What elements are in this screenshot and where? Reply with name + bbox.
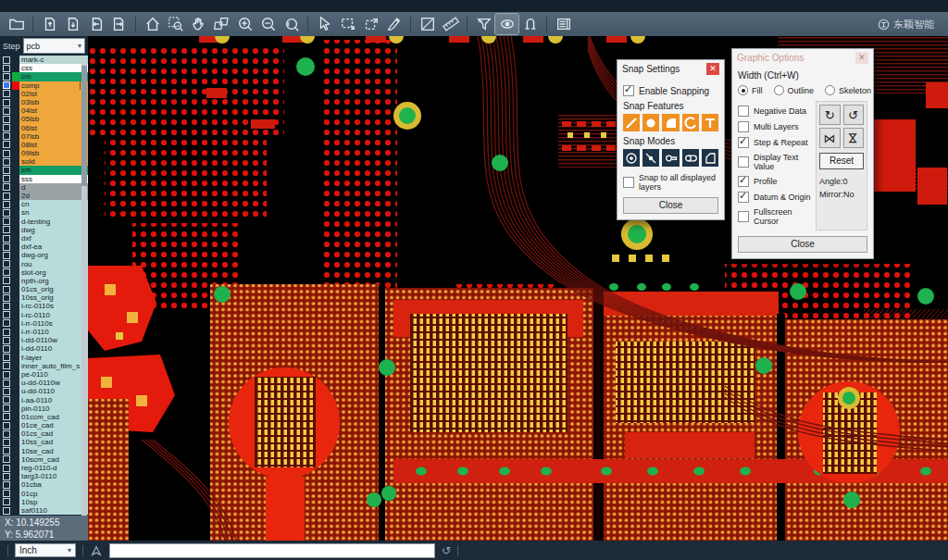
layer-row[interactable]: i-dd-0110: [0, 344, 88, 353]
layer-visibility-checkbox[interactable]: [0, 472, 12, 480]
properties-panel-button[interactable]: [552, 14, 575, 34]
layer-row[interactable]: 05lsb: [0, 115, 88, 123]
unit-select[interactable]: Inch ▾: [15, 543, 76, 557]
layer-row[interactable]: reg-0110-d: [0, 464, 88, 472]
layer-visibility-checkbox[interactable]: [0, 438, 12, 446]
layer-row[interactable]: 02lst: [0, 90, 88, 98]
layer-row[interactable]: f-layer: [0, 354, 88, 362]
layer-visibility-checkbox[interactable]: [0, 106, 12, 115]
layer-row[interactable]: sss: [0, 175, 88, 183]
layer-visibility-checkbox[interactable]: [0, 370, 12, 379]
layer-visibility-checkbox[interactable]: [0, 490, 12, 498]
layer-row[interactable]: sn: [0, 208, 88, 217]
command-input[interactable]: [109, 543, 435, 558]
measure-button[interactable]: [439, 14, 462, 34]
layer-visibility-checkbox[interactable]: [0, 132, 12, 141]
snap-button[interactable]: [518, 14, 542, 34]
zoom-out-button[interactable]: [256, 14, 280, 34]
open-file-button[interactable]: [5, 14, 28, 34]
layer-row[interactable]: 03lsb: [0, 98, 88, 106]
close-icon[interactable]: ✕: [855, 52, 868, 64]
rotate-ccw-icon[interactable]: ↺: [843, 105, 865, 125]
layer-visibility-checkbox[interactable]: [0, 344, 12, 353]
layer-visibility-checkbox[interactable]: [0, 336, 12, 344]
layer-visibility-checkbox[interactable]: [0, 268, 12, 277]
layer-visibility-checkbox[interactable]: [0, 362, 12, 370]
graphic-close-button[interactable]: Close: [738, 236, 867, 253]
layer-visibility-checkbox[interactable]: [0, 404, 12, 413]
layer-list-scrollbar[interactable]: [81, 64, 87, 516]
layer-row[interactable]: d: [0, 183, 88, 192]
layer-row[interactable]: i-aa-0110: [0, 396, 88, 404]
layer-visibility-checkbox[interactable]: [0, 354, 12, 362]
layer-visibility-checkbox[interactable]: [0, 175, 12, 183]
layer-visibility-checkbox[interactable]: [0, 379, 12, 387]
layer-visibility-checkbox[interactable]: [0, 293, 12, 302]
layer-row[interactable]: 01cba: [0, 480, 88, 489]
line-tool-button[interactable]: [416, 14, 439, 34]
graphic-option-checkbox[interactable]: Fullscreen Cursor: [738, 207, 812, 226]
graphic-option-checkbox[interactable]: Profile: [738, 176, 812, 187]
snap-close-button[interactable]: Close: [623, 197, 718, 214]
layer-visibility-checkbox[interactable]: [0, 157, 12, 166]
layer-row[interactable]: pin-0110: [0, 404, 88, 413]
layer-row[interactable]: 01ccm_cad: [0, 413, 88, 421]
layer-visibility-checkbox[interactable]: [0, 447, 12, 455]
layer-row[interactable]: 01ce_cad: [0, 421, 88, 429]
step-select[interactable]: pcb ▾: [23, 38, 85, 54]
snap-dialog-titlebar[interactable]: Snap Settings ✕: [617, 60, 724, 78]
layer-row[interactable]: 10ss_cad: [0, 438, 88, 446]
layer-row[interactable]: comp: [0, 81, 88, 90]
layer-row[interactable]: slot-org: [0, 268, 88, 277]
refresh-icon[interactable]: ↺: [442, 545, 451, 556]
layer-visibility-checkbox[interactable]: [0, 64, 12, 72]
transform-select-button[interactable]: [359, 14, 382, 34]
layer-visibility-checkbox[interactable]: [0, 115, 12, 123]
reset-button[interactable]: Reset: [819, 153, 864, 169]
home-view-button[interactable]: [141, 14, 164, 34]
layer-visibility-checkbox[interactable]: [0, 311, 12, 319]
rotate-cw-icon[interactable]: ↻: [819, 105, 841, 125]
layer-visibility-checkbox[interactable]: [0, 243, 12, 251]
width-mode-radio[interactable]: Outline: [774, 85, 815, 95]
layer-visibility-checkbox[interactable]: [0, 285, 12, 293]
layer-visibility-checkbox[interactable]: [0, 226, 12, 234]
layer-row[interactable]: targ3-0110: [0, 472, 88, 480]
select-button[interactable]: [313, 14, 336, 34]
width-mode-radio[interactable]: Fill: [738, 85, 763, 95]
enable-snapping-checkbox[interactable]: Enable Snapping: [623, 85, 718, 96]
layer-row[interactable]: dwg-org: [0, 251, 88, 259]
layer-visibility-checkbox[interactable]: [0, 455, 12, 464]
layer-visibility-checkbox[interactable]: [0, 396, 12, 404]
scrollbar-thumb[interactable]: [81, 66, 87, 186]
layer-row[interactable]: npth-org: [0, 277, 88, 285]
layer-visibility-checkbox[interactable]: [0, 192, 12, 200]
layer-row[interactable]: mark-c: [0, 56, 88, 64]
layer-visibility-checkbox[interactable]: [0, 319, 12, 328]
width-mode-radio[interactable]: Skeleton: [825, 85, 871, 95]
snap-pad-icon[interactable]: [642, 114, 659, 131]
snap-all-layers-checkbox[interactable]: Snap to all displayed layers: [623, 173, 718, 192]
layer-visibility-checkbox[interactable]: [0, 234, 12, 243]
layer-visibility-checkbox[interactable]: [0, 498, 12, 506]
layer-visibility-checkbox[interactable]: [0, 141, 12, 149]
mirror-vertical-icon[interactable]: ⋈: [843, 128, 865, 148]
layer-row[interactable]: i-rr-0110: [0, 328, 88, 336]
layer-row[interactable]: 10sp: [0, 498, 88, 506]
layer-visibility-checkbox[interactable]: [0, 56, 12, 64]
layer-row[interactable]: saf0110: [0, 506, 88, 515]
layer-visibility-checkbox[interactable]: [0, 166, 12, 174]
layer-row[interactable]: cm: [0, 72, 88, 81]
close-icon[interactable]: ✕: [706, 63, 719, 75]
layer-visibility-checkbox[interactable]: [0, 208, 12, 217]
zoom-window-button[interactable]: [164, 14, 187, 34]
snap-point-icon[interactable]: [642, 149, 659, 167]
layer-visibility-checkbox[interactable]: [0, 260, 12, 268]
layer-row[interactable]: inner_auto_film_symb: [0, 362, 88, 370]
layer-visibility-checkbox[interactable]: [0, 98, 12, 106]
layer-row[interactable]: 04lst: [0, 106, 88, 115]
layer-row[interactable]: dxf-ea: [0, 243, 88, 251]
marquee-select-button[interactable]: [336, 14, 359, 34]
snap-key-icon[interactable]: [662, 149, 679, 167]
layer-row[interactable]: i-rc-0110s: [0, 302, 88, 310]
